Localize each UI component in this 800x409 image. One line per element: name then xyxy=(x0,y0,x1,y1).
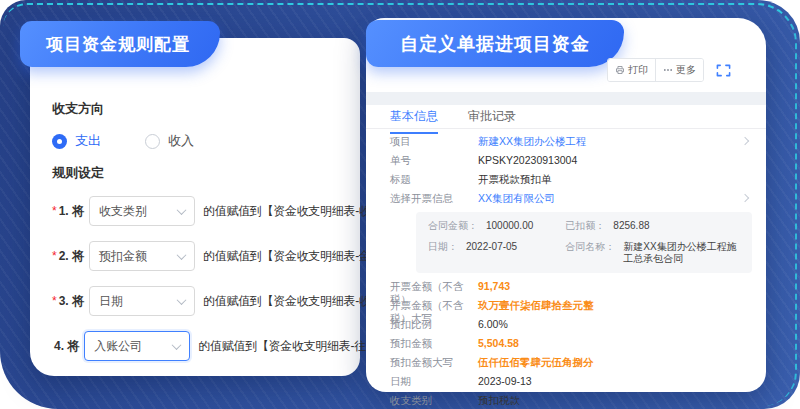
field-label: 预扣比例 xyxy=(390,318,478,331)
rule-number: 4. 将 xyxy=(54,338,79,355)
select-value: 预扣金额 xyxy=(99,248,147,265)
required-mark: * xyxy=(52,294,57,308)
more-button[interactable]: 更多 xyxy=(655,59,703,81)
required-mark: * xyxy=(52,204,57,218)
more-button-label: 更多 xyxy=(676,63,696,77)
tabs-divider xyxy=(366,128,766,129)
field-value: 2023-09-13 xyxy=(478,375,752,388)
print-button-label: 打印 xyxy=(628,63,648,77)
rules-list: * 1. 将 收支类别 的值赋值到【资金收支明细表-收支类别】中 * 2. 将 … xyxy=(52,196,344,361)
field-label: 预扣金额大写 xyxy=(390,356,478,369)
field-value: 开票税款预扣单 xyxy=(478,173,752,186)
field-label: 项目 xyxy=(390,135,478,148)
field-value-highlight: 91,743 xyxy=(478,280,752,293)
field-value-highlight: 5,504.58 xyxy=(478,337,752,350)
field-row-category: 收支类别 预扣税款 xyxy=(390,391,752,409)
rule-4-field-select[interactable]: 入账公司 xyxy=(84,331,190,361)
rule-2-field-select[interactable]: 预扣金额 xyxy=(89,241,195,271)
invoice-company-link[interactable]: XX集团有限公司 xyxy=(478,192,734,205)
field-row-date: 日期 2023-09-13 xyxy=(390,372,752,391)
header-separator-strip xyxy=(366,92,766,105)
contract-info-box: 合同金额： 100000.00 已扣额： 8256.88 日期： 2022-07… xyxy=(416,212,752,273)
rule-row-1: * 1. 将 收支类别 的值赋值到【资金收支明细表-收支类别】中 xyxy=(52,196,344,226)
more-dots-icon xyxy=(663,65,673,75)
toolbar-button-group: 打印 更多 xyxy=(607,58,704,82)
rule-number: 3. 将 xyxy=(59,293,84,310)
rule-3-field-select[interactable]: 日期 xyxy=(89,286,195,316)
rule-row-2: * 2. 将 预扣金额 的值赋值到【资金收支明细表-金额】中 xyxy=(52,241,344,271)
rule-row-4: 4. 将 入账公司 的值赋值到【资金收支明细表-往来单位】中 xyxy=(52,331,344,361)
field-row-title: 标题 开票税款预扣单 xyxy=(390,170,752,189)
rules-section-label: 规则设定 xyxy=(52,164,344,182)
field-value-highlight: 玖万壹仟柒佰肆拾叁元整 xyxy=(478,299,752,312)
field-value: KPSKY20230913004 xyxy=(478,154,752,167)
fullscreen-button[interactable] xyxy=(714,61,732,79)
rule-number: 1. 将 xyxy=(59,203,84,220)
document-fields: 项目 新建XX集团办公楼工程 单号 KPSKY20230913004 标题 开票… xyxy=(390,132,752,384)
document-toolbar: 打印 更多 xyxy=(607,58,732,82)
field-row-invoice-amount: 开票金额（不含税） 91,743 xyxy=(390,277,752,296)
field-value: 预扣税款 xyxy=(478,394,752,407)
radio-income-label: 收入 xyxy=(168,132,194,150)
chevron-down-icon xyxy=(177,205,187,215)
rule-number: 2. 将 xyxy=(59,248,84,265)
direction-radio-group: 支出 收入 xyxy=(52,132,344,150)
radio-expense[interactable]: 支出 xyxy=(52,132,101,150)
select-value: 入账公司 xyxy=(94,338,142,355)
chevron-right-icon[interactable] xyxy=(741,137,749,145)
right-panel-title: 自定义单据进项目资金 xyxy=(366,20,624,67)
fullscreen-icon xyxy=(716,63,731,78)
select-value: 收支类别 xyxy=(99,203,147,220)
rule-row-3: * 3. 将 日期 的值赋值到【资金收支明细表-收支日期】中 xyxy=(52,286,344,316)
select-value: 日期 xyxy=(99,293,123,310)
project-link[interactable]: 新建XX集团办公楼工程 xyxy=(478,135,734,148)
field-label: 选择开票信息 xyxy=(390,192,478,205)
field-row-invoice-info: 选择开票信息 XX集团有限公司 xyxy=(390,189,752,208)
radio-expense-label: 支出 xyxy=(75,132,101,150)
field-label: 标题 xyxy=(390,173,478,186)
contract-name: 合同名称： 新建XX集团办公楼工程施工总承包合同 xyxy=(565,241,740,265)
custom-document-panel: 自定义单据进项目资金 打印 更多 基本信息 审批记录 项目 新建XX集团办公楼工… xyxy=(366,18,766,392)
field-row-invoice-amount-words: 开票金额（不含税）大写 玖万壹仟柒佰肆拾叁元整 xyxy=(390,296,752,315)
radio-unselected-icon xyxy=(145,134,160,149)
field-value: 6.00% xyxy=(478,318,752,331)
radio-income[interactable]: 收入 xyxy=(145,132,194,150)
field-row-doc-number: 单号 KPSKY20230913004 xyxy=(390,151,752,170)
left-panel-title: 项目资金规则配置 xyxy=(20,21,220,67)
withheld-amount: 已扣额： 8256.88 xyxy=(565,220,740,232)
field-label: 收支类别 xyxy=(390,394,478,407)
fund-rule-config-panel: 项目资金规则配置 收支方向 支出 收入 规则设定 * 1. 将 收支类别 的值赋… xyxy=(30,38,360,376)
field-row-project: 项目 新建XX集团办公楼工程 xyxy=(390,132,752,151)
tab-basic-info[interactable]: 基本信息 xyxy=(390,108,438,134)
chevron-down-icon xyxy=(177,295,187,305)
radio-selected-icon xyxy=(52,134,67,149)
field-label: 日期 xyxy=(390,375,478,388)
required-mark: * xyxy=(52,249,57,263)
field-label: 预扣金额 xyxy=(390,337,478,350)
rule-1-field-select[interactable]: 收支类别 xyxy=(89,196,195,226)
field-row-withhold-ratio: 预扣比例 6.00% xyxy=(390,315,752,334)
field-row-withhold-amount: 预扣金额 5,504.58 xyxy=(390,334,752,353)
chevron-down-icon xyxy=(177,250,187,260)
contract-amount: 合同金额： 100000.00 xyxy=(428,220,557,232)
chevron-right-icon[interactable] xyxy=(741,194,749,202)
printer-icon xyxy=(615,65,625,75)
field-row-withhold-amount-words: 预扣金额大写 伍仟伍佰零肆元伍角捌分 xyxy=(390,353,752,372)
field-value-highlight: 伍仟伍佰零肆元伍角捌分 xyxy=(478,356,752,369)
contract-date: 日期： 2022-07-05 xyxy=(428,241,557,265)
chevron-down-icon xyxy=(172,340,182,350)
tab-approval-record[interactable]: 审批记录 xyxy=(468,108,516,134)
field-label: 单号 xyxy=(390,154,478,167)
direction-section-label: 收支方向 xyxy=(52,100,344,118)
detail-tabs: 基本信息 审批记录 xyxy=(390,108,516,134)
print-button[interactable]: 打印 xyxy=(608,59,655,81)
